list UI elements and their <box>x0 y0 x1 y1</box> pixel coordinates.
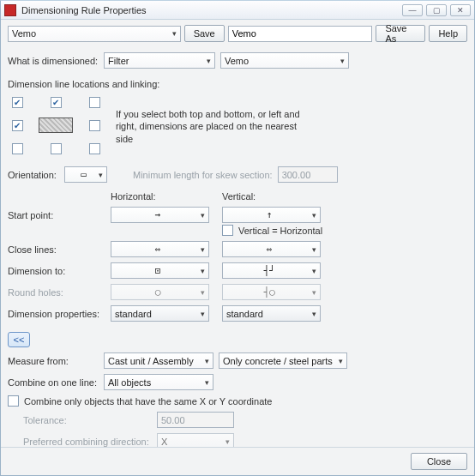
loc-bot-center-check[interactable] <box>51 143 62 154</box>
save-button[interactable]: Save <box>184 25 225 42</box>
part-sketch-icon <box>39 117 73 133</box>
chevron-down-icon: ▾ <box>207 57 211 65</box>
close-window-button[interactable]: ✕ <box>450 4 471 16</box>
preset-select[interactable]: Vemo ▾ <box>8 26 181 42</box>
chevron-down-icon: ▾ <box>201 245 205 254</box>
help-button[interactable]: Help <box>429 25 467 42</box>
close-horizontal-select[interactable]: ⇔▾ <box>111 241 209 257</box>
vert-eq-horiz-check[interactable] <box>222 225 233 236</box>
locations-title: Dimension line locations and linking: <box>8 79 467 89</box>
chevron-down-icon: ▾ <box>201 310 205 318</box>
what-dimensioned-label: What is dimensioned: <box>8 56 99 66</box>
loc-top-left-check[interactable] <box>12 97 23 108</box>
close-button[interactable]: Close <box>411 453 467 470</box>
vertical-header: Vertical: <box>222 191 325 202</box>
loc-mid-left-check[interactable] <box>12 120 23 131</box>
combine-label: Combine on one line: <box>8 377 99 388</box>
loc-mid-right-check[interactable] <box>89 120 100 131</box>
chevron-down-icon: ▾ <box>339 357 343 365</box>
chevron-down-icon: ▾ <box>205 357 209 365</box>
filter-target-select[interactable]: Vemo ▾ <box>220 52 349 69</box>
chevron-down-icon: ▾ <box>312 267 316 275</box>
dim-props-label: Dimension properties: <box>8 309 102 319</box>
save-as-button[interactable]: Save As <box>376 25 425 42</box>
orientation-select[interactable]: ▭ ▾ <box>64 166 107 183</box>
dimto-horizontal-select[interactable]: ⊡▾ <box>111 262 209 279</box>
measure-from-label: Measure from: <box>8 356 99 366</box>
chevron-down-icon: ▾ <box>225 437 230 446</box>
loc-bot-right-check[interactable] <box>89 143 100 154</box>
collapse-button[interactable]: << <box>8 332 30 347</box>
dimension-to-label: Dimension to: <box>8 266 102 276</box>
min-skew-input <box>278 166 338 183</box>
filter-target-value: Vemo <box>225 56 249 66</box>
close-lines-label: Close lines: <box>8 244 102 255</box>
close-vertical-select[interactable]: ⇔▾ <box>222 241 321 257</box>
combine-dir-label: Preferred combining direction: <box>23 437 152 447</box>
chevron-down-icon: ▾ <box>201 211 205 220</box>
measure-from-select[interactable]: Cast unit / Assembly▾ <box>104 352 213 369</box>
start-vertical-select[interactable]: ↑▾ <box>222 207 321 223</box>
chevron-down-icon: ▾ <box>312 211 316 220</box>
dim-props-horizontal-select[interactable]: standard▾ <box>111 305 209 322</box>
tolerance-input <box>157 412 234 428</box>
start-point-label: Start point: <box>8 210 102 220</box>
min-skew-label: Minimum length for skew section: <box>133 170 273 180</box>
chevron-down-icon: ▾ <box>172 29 177 38</box>
tolerance-label: Tolerance: <box>23 415 152 425</box>
loc-bot-left-check[interactable] <box>12 143 23 154</box>
vert-eq-horiz-label: Vertical = Horizontal <box>238 226 322 236</box>
chevron-down-icon: ▾ <box>205 378 209 387</box>
orientation-label: Orientation: <box>8 170 59 180</box>
same-xy-check[interactable] <box>8 395 19 407</box>
app-icon <box>4 4 16 16</box>
filter-type-value: Filter <box>108 56 129 66</box>
combine-select[interactable]: All objects▾ <box>104 374 213 390</box>
maximize-button[interactable]: ▢ <box>426 4 447 16</box>
same-xy-label: Combine only objects that have the same … <box>24 396 272 407</box>
round-holes-label: Round holes: <box>8 287 102 298</box>
loc-top-right-check[interactable] <box>89 97 100 108</box>
titlebar: Dimensioning Rule Properties — ▢ ✕ <box>1 1 474 20</box>
horizontal-header: Horizontal: <box>111 191 213 202</box>
orientation-glyph-icon: ▭ <box>69 169 99 180</box>
chevron-down-icon: ▾ <box>201 288 205 297</box>
locations-note: If you select both top and bottom, or le… <box>116 108 313 145</box>
start-horizontal-select[interactable]: →▾ <box>111 207 209 223</box>
chevron-down-icon: ▾ <box>312 288 316 297</box>
window-title: Dimensioning Rule Properties <box>21 5 399 15</box>
dim-props-vertical-select[interactable]: standard▾ <box>222 305 321 322</box>
chevron-down-icon: ▾ <box>340 57 345 65</box>
dimto-vertical-select[interactable]: ┤┘▾ <box>222 262 321 279</box>
chevron-down-icon: ▾ <box>201 267 205 275</box>
round-horizontal-select[interactable]: ◯▾ <box>111 284 209 300</box>
minimize-button[interactable]: — <box>402 4 423 16</box>
location-grid <box>8 94 104 156</box>
preset-value: Vemo <box>12 28 36 39</box>
chevron-down-icon: ▾ <box>312 310 316 318</box>
round-vertical-select[interactable]: ┤◯▾ <box>222 284 321 300</box>
filter-type-select[interactable]: Filter ▾ <box>104 52 215 69</box>
preset-name-input[interactable] <box>228 26 373 42</box>
chevron-down-icon: ▾ <box>312 245 316 254</box>
measure-filter-select[interactable]: Only concrete / steel parts▾ <box>219 352 347 369</box>
loc-top-center-check[interactable] <box>51 97 62 108</box>
chevron-down-icon: ▾ <box>99 171 103 179</box>
combine-dir-select: X▾ <box>157 433 234 447</box>
